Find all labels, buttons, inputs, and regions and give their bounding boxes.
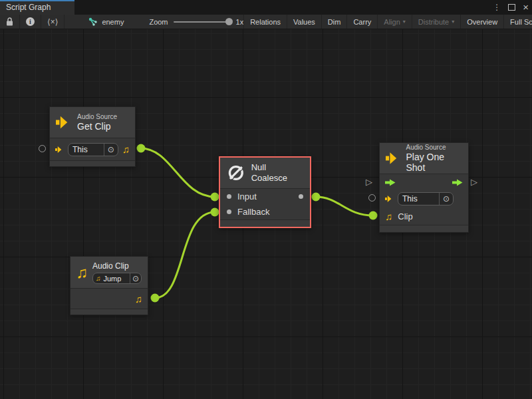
preview-code-button[interactable]: ⟨×⟩ [41,15,65,29]
port-dot-getclip-out[interactable] [137,144,146,153]
chevron-down-icon: ▾ [452,19,454,25]
align-button[interactable]: Align ▾ [377,15,411,29]
full-screen-button[interactable]: Full Screen [503,15,532,29]
control-flow-row [380,174,468,190]
audio-clip-output-icon: ♫ [122,144,130,154]
node-title: Audio Clip [92,261,142,271]
input-port[interactable] [227,194,231,199]
port-dot-coalesce-out[interactable] [312,193,321,201]
port-dot-audioclip-out[interactable] [151,294,160,303]
button-label: Full Screen [510,18,532,26]
audio-clip-object-field[interactable]: ♫ Jump ⊙ [92,273,142,284]
node-audio-clip[interactable]: ♫ Audio Clip ♫ Jump ⊙ ♫ [70,256,148,315]
node-header: Audio Source Play One Shot [380,143,468,174]
port-circle-getclip-this[interactable] [39,145,46,152]
tab-title: Script Graph [6,3,51,12]
port-dot-input[interactable] [211,193,219,201]
node-null-coalesce[interactable]: Null Coalesce Input Fallback [219,156,311,228]
button-label: Values [293,18,315,26]
node-header: ♫ Audio Clip ♫ Jump ⊙ [70,257,148,288]
node-category: Audio Source [406,144,462,152]
this-object-field[interactable]: This ⊙ [398,192,454,205]
graph-name: enemy [102,18,124,26]
tab-script-graph[interactable]: Script Graph [0,0,74,15]
node-port-row: This ⊙ ♫ [50,138,135,160]
info-icon: i [26,17,35,26]
node-category: Audio Source [77,113,117,121]
object-picker-icon[interactable]: ⊙ [130,273,141,283]
code-icon: ⟨×⟩ [47,17,58,27]
graph-canvas[interactable]: ▷ ▷ Audio Source Get Clip This ⊙ ♫ [0,29,532,399]
values-button[interactable]: Values [287,15,321,29]
carry-button[interactable]: Carry [346,15,377,29]
node-footer [380,225,468,232]
button-label: Carry [353,18,371,26]
maximize-icon[interactable] [508,4,515,11]
fallback-port-row: Fallback [220,204,310,219]
chevron-down-icon: ▾ [403,19,406,25]
audio-source-icon [56,115,72,130]
overview-button[interactable]: Overview [460,15,503,29]
node-header: Null Coalesce [220,158,310,188]
wire-getclip-to-input [141,148,215,197]
button-label: Relations [250,18,281,26]
port-label: Input [237,192,257,201]
input-port-row: Input [220,189,310,204]
zoom-slider-handle[interactable] [225,18,233,25]
graph-icon [88,17,98,26]
graph-toolbar: i ⟨×⟩ enemy Zoom 1x Relations Values Dim… [0,15,532,29]
lock-button[interactable] [0,15,20,29]
field-value: This [398,194,439,203]
port-triangle-flow-out[interactable]: ▷ [471,178,477,186]
wire-audioclip-to-fallback [155,212,215,298]
button-label: Dim [328,18,341,26]
port-label: Fallback [237,207,269,217]
more-menu-icon[interactable]: ⋮ [493,3,501,12]
field-value: Jump [101,275,130,283]
clip-port-row: ♫ Clip [380,207,468,225]
port-circle-playoneshot-this[interactable] [368,194,376,201]
fallback-port[interactable] [227,209,231,214]
node-title: Get Clip [77,121,117,132]
distribute-button[interactable]: Distribute ▾ [412,15,460,29]
port-dot-fallback[interactable] [211,208,219,217]
audio-clip-input-icon: ♫ [385,211,392,221]
speaker-icon [55,146,64,154]
node-footer [220,220,310,227]
audio-clip-icon: ♫ [76,265,88,281]
node-footer [70,309,148,315]
port-label: Clip [398,211,412,221]
object-picker-icon[interactable]: ⊙ [439,193,453,205]
node-port-row: This ⊙ [380,190,468,207]
audio-clip-output-icon: ♫ [135,294,142,304]
zoom-label: Zoom [149,18,168,26]
result-port[interactable] [299,194,303,199]
object-picker-icon[interactable]: ⊙ [104,144,118,156]
port-dot-clip-in[interactable] [369,211,378,220]
port-triangle-flow-in[interactable]: ▷ [366,178,372,186]
button-label: Overview [467,18,497,26]
info-button[interactable]: i [20,15,41,29]
node-get-clip[interactable]: Audio Source Get Clip This ⊙ ♫ [49,106,136,167]
node-header: Audio Source Get Clip [50,107,135,138]
button-label: Distribute [418,18,449,26]
output-port-row: ♫ [70,289,148,309]
speaker-icon [385,195,394,203]
audio-clip-icon-small: ♫ [93,275,101,282]
dim-button[interactable]: Dim [321,15,347,29]
zoom-control: Zoom 1x [149,15,243,29]
lock-icon [6,17,13,26]
this-object-field[interactable]: This ⊙ [68,143,118,156]
flow-in-arrow-icon[interactable] [385,179,396,186]
button-label: Align [384,18,400,26]
graph-reference[interactable]: enemy [82,15,130,29]
zoom-slider[interactable] [174,21,231,23]
close-icon[interactable]: × [523,4,529,11]
node-play-one-shot[interactable]: Audio Source Play One Shot This ⊙ ♫ [379,142,469,233]
relations-button[interactable]: Relations [243,15,287,29]
node-footer [50,161,135,166]
window-controls: ⋮ × [493,0,529,15]
flow-out-arrow-icon[interactable] [452,179,463,186]
audio-source-icon [386,151,400,166]
node-title: Null Coalesce [251,162,304,184]
